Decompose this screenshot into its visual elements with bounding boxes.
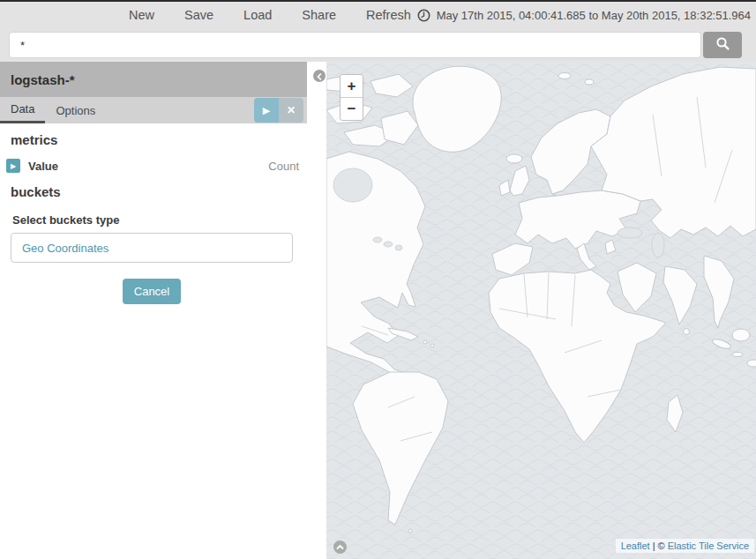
- cancel-button[interactable]: Cancel: [123, 279, 181, 304]
- metric-label: Value: [28, 160, 58, 173]
- select-buckets-type-label: Select buckets type: [12, 213, 300, 227]
- nav-menu: New Save Load Share Refresh: [0, 8, 411, 22]
- apply-changes-button[interactable]: ▶: [254, 98, 279, 123]
- map-zoom-control: + −: [340, 74, 363, 121]
- chevron-left-icon: [316, 70, 323, 83]
- zoom-out-button[interactable]: −: [341, 98, 363, 120]
- sidebar-content: metrics ▶ Value Count buckets Select buc…: [0, 123, 307, 304]
- leaflet-link[interactable]: Leaflet: [621, 540, 650, 551]
- time-range-picker[interactable]: May 17th 2015, 04:00:41.685 to May 20th …: [417, 9, 756, 22]
- sidebar-collapse-button[interactable]: [313, 70, 326, 82]
- metric-agg-value: Count: [268, 160, 300, 173]
- close-icon: ✕: [287, 104, 296, 116]
- tile-map[interactable]: + − Leaflet|© Elastic Tile Service: [326, 62, 756, 559]
- attribution-separator: |: [653, 540, 655, 551]
- search-input[interactable]: [9, 32, 701, 58]
- index-pattern-title: logstash-*: [11, 72, 75, 87]
- play-icon: ▶: [263, 105, 270, 116]
- cancel-wrap: Cancel: [11, 279, 293, 304]
- copyright-symbol: ©: [658, 540, 665, 551]
- buckets-heading: buckets: [11, 184, 300, 199]
- visualize-editor: New Save Load Share Refresh May 17th 201…: [0, 0, 756, 559]
- metrics-heading: metrics: [11, 132, 300, 147]
- elastic-tile-service-link[interactable]: Elastic Tile Service: [668, 540, 749, 551]
- bucket-type-value: Geo Coordinates: [22, 242, 109, 255]
- caret-right-icon: ▶: [11, 162, 16, 170]
- vis-config-sidebar: logstash-* Data Options ▶ ✕ metrics ▶ Va…: [0, 62, 307, 559]
- clock-icon: [417, 9, 430, 22]
- search-button[interactable]: [703, 32, 742, 58]
- top-navbar: New Save Load Share Refresh May 17th 201…: [0, 2, 756, 28]
- nav-item-save[interactable]: Save: [184, 8, 213, 22]
- tab-actions: ▶ ✕: [254, 98, 303, 123]
- time-range-text: May 17th 2015, 04:00:41.685 to May 20th …: [437, 9, 751, 22]
- world-map-tiles: [326, 62, 756, 559]
- expand-metric-button[interactable]: ▶: [6, 159, 20, 173]
- nav-item-share[interactable]: Share: [302, 8, 336, 22]
- nav-item-new[interactable]: New: [129, 8, 154, 22]
- nav-item-load[interactable]: Load: [243, 8, 272, 22]
- bucket-type-select[interactable]: Geo Coordinates: [11, 233, 293, 263]
- sidebar-tabbar: Data Options ▶ ✕: [0, 97, 307, 123]
- tab-data[interactable]: Data: [0, 97, 45, 123]
- nav-item-refresh[interactable]: Refresh: [366, 8, 411, 22]
- zoom-in-button[interactable]: +: [341, 75, 363, 97]
- metric-row-value[interactable]: ▶ Value Count: [6, 154, 300, 177]
- tab-options[interactable]: Options: [45, 97, 106, 123]
- chevron-up-icon: [336, 540, 344, 554]
- magnifier-icon: [715, 36, 730, 54]
- query-bar: [0, 28, 756, 62]
- map-attribution: Leaflet|© Elastic Tile Service: [616, 539, 754, 553]
- discard-changes-button[interactable]: ✕: [279, 98, 303, 123]
- index-pattern-header: logstash-*: [0, 62, 307, 97]
- fit-data-bounds-button[interactable]: [333, 540, 347, 554]
